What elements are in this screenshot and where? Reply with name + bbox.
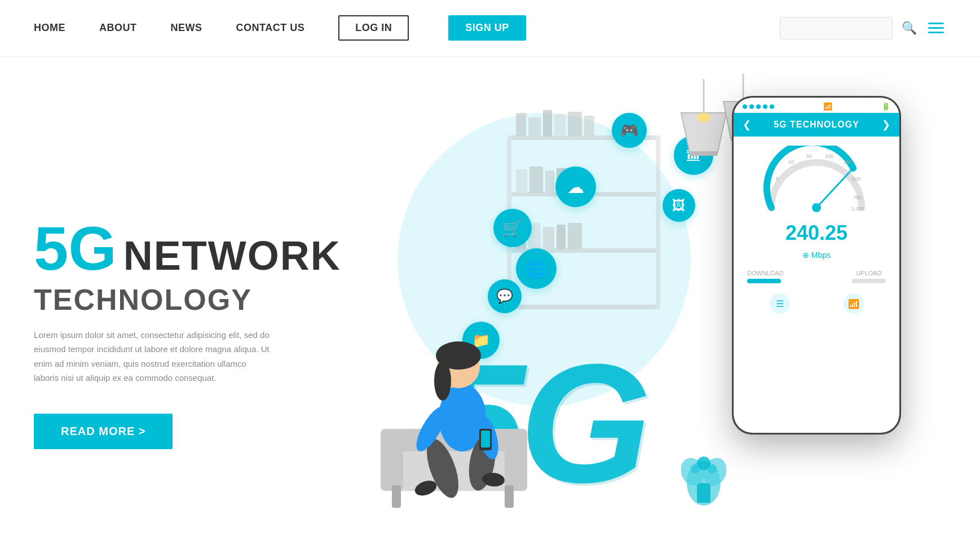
phone-back-arrow[interactable]: ❮ xyxy=(743,118,751,131)
phone-icon-2: 📶 xyxy=(844,293,864,314)
search-icon: 🔍 xyxy=(902,21,917,35)
phone-status-bar: 📶 🔋 xyxy=(734,98,899,113)
hero-right: 5G xyxy=(341,79,946,553)
signal-icon: 📶 xyxy=(848,299,859,309)
phone-mockup: 📶 🔋 ❮ 5G TECHNOLOGY ❯ xyxy=(732,96,901,434)
bubble-globe: 🌐 xyxy=(516,248,557,289)
speed-unit-icon: ⊕ xyxy=(802,251,809,260)
dot-4 xyxy=(763,104,767,109)
speed-unit: ⊕ Mbps xyxy=(802,251,831,260)
svg-rect-19 xyxy=(557,225,566,249)
game-icon: 🎮 xyxy=(620,122,638,139)
upload-stat: UPLOAD xyxy=(852,270,886,283)
svg-text:10: 10 xyxy=(788,159,794,165)
svg-rect-7 xyxy=(528,117,541,137)
phone-icon-1: ☰ xyxy=(770,293,790,314)
globe-icon: 🌐 xyxy=(526,259,546,279)
svg-rect-6 xyxy=(516,113,526,137)
svg-text:50: 50 xyxy=(806,153,812,159)
title-network: NETWORK xyxy=(123,232,341,279)
menu-bar-3 xyxy=(928,32,944,33)
svg-rect-10 xyxy=(568,112,582,137)
hero-description: Lorem ipsum dolor sit amet, consectetur … xyxy=(34,328,271,385)
nav-contact[interactable]: CONTACT US xyxy=(236,22,305,34)
svg-rect-41 xyxy=(690,151,718,156)
phone-content: 0 5 10 50 100 250 500 700 1,000 240.25 xyxy=(734,137,899,433)
upload-label: UPLOAD xyxy=(852,270,886,276)
download-bar xyxy=(747,279,781,283)
svg-rect-13 xyxy=(529,166,543,193)
download-stat: DOWNLOAD xyxy=(747,270,784,283)
svg-point-30 xyxy=(434,361,451,401)
dot-5 xyxy=(770,104,774,109)
bubble-game: 🎮 xyxy=(612,113,647,148)
svg-rect-9 xyxy=(554,114,566,137)
dot-3 xyxy=(756,104,761,109)
plant-decoration xyxy=(681,438,726,514)
picture-icon: 🖼 xyxy=(672,198,686,213)
phone-forward-arrow[interactable]: ❯ xyxy=(882,118,890,131)
person-couch-illustration xyxy=(375,288,533,514)
svg-line-55 xyxy=(816,168,853,208)
dot-2 xyxy=(749,104,754,109)
status-dots xyxy=(743,104,774,109)
bubble-cloud: ☁ xyxy=(555,166,596,207)
svg-rect-18 xyxy=(543,227,554,249)
title-technology: TECHNOLOGY xyxy=(34,283,252,316)
nav-right: 🔍 xyxy=(780,17,946,40)
bubble-picture: 🖼 xyxy=(663,189,695,222)
svg-point-53 xyxy=(708,464,717,473)
svg-rect-25 xyxy=(392,485,401,508)
upload-bar xyxy=(852,279,886,283)
svg-text:700: 700 xyxy=(853,195,862,200)
login-button[interactable]: LOG IN xyxy=(338,15,409,41)
svg-point-52 xyxy=(691,464,700,473)
dot-1 xyxy=(743,104,747,109)
wifi-icon: 📶 xyxy=(823,102,832,111)
search-input[interactable] xyxy=(780,17,893,40)
phone-bottom-icons: ☰ 📶 xyxy=(743,293,890,314)
download-label: DOWNLOAD xyxy=(747,270,784,276)
phone-header: ❮ 5G TECHNOLOGY ❯ xyxy=(734,113,899,137)
cart-icon: 🛒 xyxy=(502,219,522,238)
svg-rect-26 xyxy=(505,485,514,508)
svg-text:250: 250 xyxy=(844,159,852,165)
title-technology-row: TECHNOLOGY xyxy=(34,283,341,317)
svg-rect-8 xyxy=(543,110,552,137)
svg-rect-11 xyxy=(584,116,594,137)
svg-text:0: 0 xyxy=(769,206,771,212)
svg-text:100: 100 xyxy=(825,153,833,159)
title-5g: 5G xyxy=(34,217,117,279)
read-more-button[interactable]: READ MORE > xyxy=(34,414,173,449)
list-icon: ☰ xyxy=(776,299,784,309)
search-icon-button[interactable]: 🔍 xyxy=(902,21,917,36)
svg-rect-38 xyxy=(481,431,490,447)
speedometer: 0 5 10 50 100 250 500 700 1,000 xyxy=(760,146,873,213)
title-row: 5G NETWORK xyxy=(34,217,341,279)
nav-links: HOME ABOUT NEWS CONTACT US LOG IN SIGN U… xyxy=(34,15,780,41)
cloud-icon: ☁ xyxy=(567,177,584,197)
svg-point-42 xyxy=(697,113,710,122)
nav-home[interactable]: HOME xyxy=(34,22,65,34)
speed-value: 240.25 xyxy=(785,221,847,245)
nav-about[interactable]: ABOUT xyxy=(99,22,137,34)
hero-section: 5G NETWORK TECHNOLOGY Lorem ipsum dolor … xyxy=(0,56,980,553)
nav-news[interactable]: NEWS xyxy=(171,22,202,34)
svg-rect-5 xyxy=(656,135,660,309)
phone-title: 5G TECHNOLOGY xyxy=(774,120,859,130)
svg-rect-14 xyxy=(545,170,554,193)
phone-stats: DOWNLOAD UPLOAD xyxy=(743,270,890,283)
menu-button[interactable] xyxy=(926,20,946,36)
hero-left: 5G NETWORK TECHNOLOGY Lorem ipsum dolor … xyxy=(34,183,341,449)
svg-rect-20 xyxy=(568,223,582,249)
phone-screen: 📶 🔋 ❮ 5G TECHNOLOGY ❯ xyxy=(734,98,899,433)
svg-text:5: 5 xyxy=(776,176,779,182)
menu-bar-1 xyxy=(928,23,944,24)
svg-text:1,000: 1,000 xyxy=(851,206,864,212)
svg-rect-12 xyxy=(516,169,527,193)
speed-unit-label: Mbps xyxy=(811,251,831,260)
bubble-cart: 🛒 xyxy=(493,209,532,247)
battery-icon: 🔋 xyxy=(881,102,890,111)
signup-button[interactable]: SIGN UP xyxy=(448,15,526,41)
navbar: HOME ABOUT NEWS CONTACT US LOG IN SIGN U… xyxy=(0,0,980,56)
